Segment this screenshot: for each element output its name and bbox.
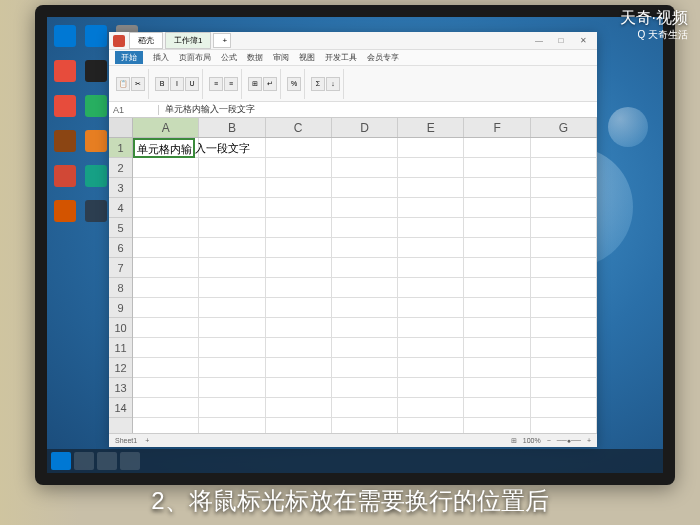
- menu-insert[interactable]: 插入: [153, 52, 169, 63]
- row-header[interactable]: 12: [109, 358, 132, 378]
- view-icon[interactable]: ⊞: [511, 437, 517, 445]
- desktop-shortcut[interactable]: [51, 60, 79, 92]
- select-all-corner[interactable]: [109, 118, 133, 138]
- taskbar-app[interactable]: [97, 452, 117, 470]
- tab-new[interactable]: +: [213, 33, 231, 48]
- wallpaper-bubble: [608, 107, 648, 147]
- taskbar: [47, 449, 663, 473]
- status-bar: Sheet1 + ⊞ 100% − ──●── +: [109, 433, 597, 447]
- zoom-slider[interactable]: ──●──: [557, 437, 581, 444]
- column-header[interactable]: G: [531, 118, 597, 137]
- align-center-button[interactable]: ≡: [224, 77, 238, 91]
- cell-a1-overflow: 入一段文字: [195, 138, 250, 158]
- merge-button[interactable]: ⊞: [248, 77, 262, 91]
- desktop-shortcut[interactable]: [82, 95, 110, 127]
- column-headers: ABCDEFG: [133, 118, 597, 138]
- column-header[interactable]: C: [266, 118, 332, 137]
- zoom-level[interactable]: 100%: [523, 437, 541, 444]
- menu-dev[interactable]: 开发工具: [325, 52, 357, 63]
- desktop-shortcut[interactable]: [82, 130, 110, 162]
- desktop-shortcut[interactable]: [82, 165, 110, 197]
- cell-a1-active[interactable]: 单元格内输: [133, 138, 195, 158]
- cell-reference[interactable]: A1: [109, 105, 159, 115]
- desktop-shortcut[interactable]: [51, 130, 79, 162]
- spreadsheet-window: 稻壳 工作簿1 + — □ ✕ 开始 插入 页面布局 公式 数据 审阅 视图 开…: [109, 32, 597, 447]
- desktop-screen: 稻壳 工作簿1 + — □ ✕ 开始 插入 页面布局 公式 数据 审阅 视图 开…: [47, 17, 663, 473]
- wrap-button[interactable]: ↵: [263, 77, 277, 91]
- close-button[interactable]: ✕: [573, 34, 593, 48]
- cut-button[interactable]: ✂: [131, 77, 145, 91]
- desktop-shortcut[interactable]: [51, 165, 79, 197]
- row-header[interactable]: 2: [109, 158, 132, 178]
- row-header[interactable]: 4: [109, 198, 132, 218]
- zoom-out-button[interactable]: −: [547, 437, 551, 444]
- column-header[interactable]: B: [199, 118, 265, 137]
- align-left-button[interactable]: ≡: [209, 77, 223, 91]
- desktop-shortcut[interactable]: [82, 60, 110, 92]
- titlebar: 稻壳 工作簿1 + — □ ✕: [109, 32, 597, 50]
- row-header[interactable]: 5: [109, 218, 132, 238]
- menu-formula[interactable]: 公式: [221, 52, 237, 63]
- row-header[interactable]: 14: [109, 398, 132, 418]
- row-header[interactable]: 8: [109, 278, 132, 298]
- desktop-shortcut[interactable]: [82, 200, 110, 232]
- sum-button[interactable]: Σ: [311, 77, 325, 91]
- tab-docer[interactable]: 稻壳: [129, 32, 163, 49]
- row-header[interactable]: 11: [109, 338, 132, 358]
- desktop-shortcut[interactable]: [51, 25, 79, 57]
- menu-review[interactable]: 审阅: [273, 52, 289, 63]
- app-logo-icon: [113, 35, 125, 47]
- minimize-button[interactable]: —: [529, 34, 549, 48]
- row-header[interactable]: 7: [109, 258, 132, 278]
- watermark-main: 天奇·视频: [620, 8, 688, 29]
- row-header[interactable]: 3: [109, 178, 132, 198]
- format-button[interactable]: %: [287, 77, 301, 91]
- cell-grid[interactable]: 单元格内输 入一段文字: [133, 138, 597, 433]
- column-header[interactable]: E: [398, 118, 464, 137]
- row-header[interactable]: 1: [109, 138, 132, 158]
- paste-button[interactable]: 📋: [116, 77, 130, 91]
- row-header[interactable]: 9: [109, 298, 132, 318]
- zoom-in-button[interactable]: +: [587, 437, 591, 444]
- column-header[interactable]: F: [464, 118, 530, 137]
- sheet-tab[interactable]: Sheet1: [115, 437, 137, 444]
- menu-member[interactable]: 会员专享: [367, 52, 399, 63]
- formula-input[interactable]: 单元格内输入一段文字: [159, 103, 597, 116]
- menu-home[interactable]: 开始: [115, 51, 143, 64]
- monitor-frame: 稻壳 工作簿1 + — □ ✕ 开始 插入 页面布局 公式 数据 审阅 视图 开…: [35, 5, 675, 485]
- row-header[interactable]: 10: [109, 318, 132, 338]
- desktop-shortcut[interactable]: [51, 200, 79, 232]
- menu-view[interactable]: 视图: [299, 52, 315, 63]
- ribbon-toolbar: 📋✂ BIU ≡≡ ⊞↵ % Σ↓: [109, 66, 597, 102]
- menu-layout[interactable]: 页面布局: [179, 52, 211, 63]
- row-header[interactable]: 6: [109, 238, 132, 258]
- tab-workbook[interactable]: 工作簿1: [165, 32, 211, 49]
- taskbar-app[interactable]: [74, 452, 94, 470]
- watermark-sub: Q 天奇生活: [637, 28, 688, 42]
- start-button[interactable]: [51, 452, 71, 470]
- column-header[interactable]: D: [332, 118, 398, 137]
- italic-button[interactable]: I: [170, 77, 184, 91]
- menu-bar: 开始 插入 页面布局 公式 数据 审阅 视图 开发工具 会员专享: [109, 50, 597, 66]
- desktop-shortcut[interactable]: [82, 25, 110, 57]
- row-header[interactable]: 13: [109, 378, 132, 398]
- sort-button[interactable]: ↓: [326, 77, 340, 91]
- column-header[interactable]: A: [133, 118, 199, 137]
- desktop-shortcut[interactable]: [51, 95, 79, 127]
- formula-bar: A1 单元格内输入一段文字: [109, 102, 597, 118]
- bold-button[interactable]: B: [155, 77, 169, 91]
- underline-button[interactable]: U: [185, 77, 199, 91]
- row-headers: 1234567891011121314: [109, 138, 133, 433]
- maximize-button[interactable]: □: [551, 34, 571, 48]
- video-subtitle: 2、将鼠标光标放在需要换行的位置后: [0, 485, 700, 517]
- menu-data[interactable]: 数据: [247, 52, 263, 63]
- taskbar-app[interactable]: [120, 452, 140, 470]
